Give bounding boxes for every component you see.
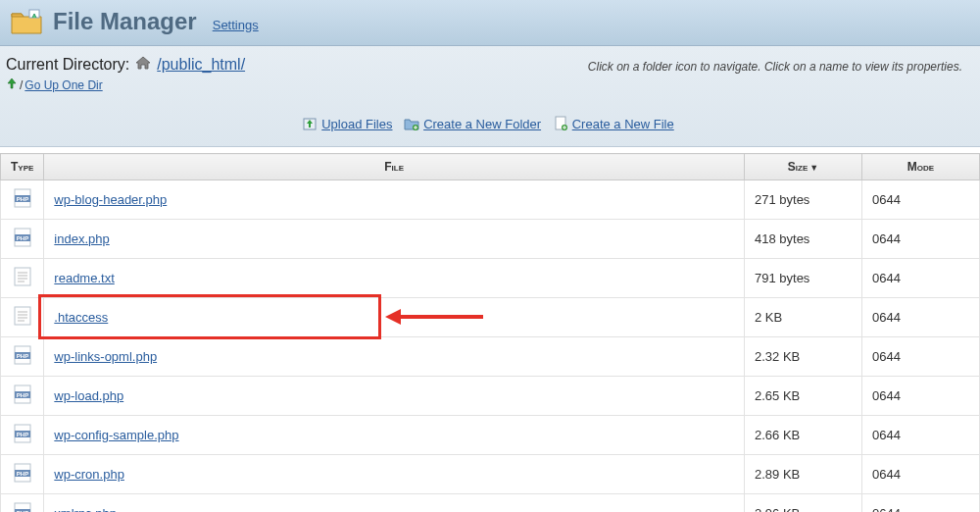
file-mode-cell: 0644 [862,377,980,416]
file-name-cell: .htaccess [44,298,745,337]
table-row: PHPxmlrpc.php2.96 KB0644 [1,494,980,513]
th-type[interactable]: Type [1,154,44,180]
file-size-cell: 418 bytes [745,220,862,259]
file-name-cell: wp-config-sample.php [44,416,745,455]
php-file-icon: PHP [14,463,31,483]
folder-icon [10,8,43,35]
header: File Manager Settings [0,0,980,46]
file-size-cell: 2.96 KB [745,494,862,513]
file-link[interactable]: wp-cron.php [54,467,124,482]
file-type-cell: PHP [1,337,44,377]
table-row: PHPwp-load.php2.65 KB0644 [1,377,980,416]
file-link[interactable]: xmlrpc.php [54,506,117,512]
file-size-cell: 2.65 KB [745,377,862,416]
file-size-cell: 2.66 KB [745,416,862,455]
up-arrow-icon [6,77,18,92]
upload-icon [302,116,318,131]
table-row: PHPwp-links-opml.php2.32 KB0644 [1,337,980,377]
file-type-cell: PHP [1,494,44,513]
current-path-link[interactable]: /public_html/ [157,56,245,74]
page: File Manager Settings Current Directory:… [0,0,980,512]
subheader: Current Directory: /public_html/ / [0,46,980,147]
svg-text:PHP: PHP [17,353,28,359]
new-folder-link[interactable]: Create a New Folder [423,117,541,131]
th-file[interactable]: File [44,154,745,180]
file-type-cell: PHP [1,416,44,455]
new-file-action[interactable]: Create a New File [553,116,674,131]
current-directory: Current Directory: /public_html/ [6,56,245,74]
file-name-cell: xmlrpc.php [44,494,745,513]
file-type-cell: PHP [1,180,44,220]
current-directory-label: Current Directory: [6,56,129,74]
table-row: PHPwp-cron.php2.89 KB0644 [1,455,980,494]
table-row: PHPindex.php418 bytes0644 [1,220,980,259]
file-mode-cell: 0644 [862,180,980,220]
home-icon [135,56,151,74]
new-folder-icon [404,116,419,131]
file-name-cell: wp-load.php [44,377,745,416]
file-type-cell [1,298,44,337]
go-up-link[interactable]: Go Up One Dir [24,78,102,92]
file-mode-cell: 0644 [862,259,980,298]
upload-link[interactable]: Upload Files [321,117,392,131]
upload-action[interactable]: Upload Files [302,116,392,131]
file-link[interactable]: index.php [54,231,109,246]
file-name-cell: wp-blog-header.php [44,180,745,220]
file-size-cell: 2.89 KB [745,455,862,494]
php-file-icon: PHP [14,384,31,404]
php-file-icon: PHP [14,228,31,247]
go-up: / Go Up One Dir [6,77,245,92]
table-row: readme.txt791 bytes0644 [1,259,980,298]
file-mode-cell: 0644 [862,220,980,259]
file-size-cell: 2 KB [745,298,862,337]
file-link[interactable]: wp-blog-header.php [54,192,167,207]
table-body: PHPwp-blog-header.php271 bytes0644PHPind… [1,180,980,513]
page-title: File Manager [53,8,197,35]
new-file-icon [553,116,568,131]
svg-text:PHP: PHP [17,432,28,437]
file-mode-cell: 0644 [862,494,980,513]
file-mode-cell: 0644 [862,337,980,377]
file-name-cell: readme.txt [44,259,745,298]
file-type-cell [1,259,44,298]
table-row: .htaccess2 KB0644 [1,298,980,337]
new-folder-action[interactable]: Create a New Folder [404,116,541,131]
file-size-cell: 271 bytes [745,180,862,220]
svg-text:PHP: PHP [17,471,28,477]
txt-file-icon [14,267,31,286]
file-table: Type File Size▼ Mode PHPwp-blog-header.p… [0,153,980,512]
file-name-cell: wp-cron.php [44,455,745,494]
file-type-cell: PHP [1,377,44,416]
file-mode-cell: 0644 [862,455,980,494]
txt-file-icon [14,306,31,326]
th-size[interactable]: Size▼ [745,154,862,180]
file-mode-cell: 0644 [862,298,980,337]
table-row: PHPwp-blog-header.php271 bytes0644 [1,180,980,220]
th-mode[interactable]: Mode [862,154,980,180]
file-size-cell: 791 bytes [745,259,862,298]
file-name-cell: wp-links-opml.php [44,337,745,377]
svg-text:PHP: PHP [17,196,28,202]
settings-link[interactable]: Settings [213,18,259,32]
php-file-icon: PHP [14,424,31,443]
new-file-link[interactable]: Create a New File [572,117,674,131]
file-mode-cell: 0644 [862,416,980,455]
table-row: PHPwp-config-sample.php2.66 KB0644 [1,416,980,455]
file-type-cell: PHP [1,220,44,259]
php-file-icon: PHP [14,502,31,512]
svg-rect-16 [15,307,30,325]
toolbar-actions: Upload Files Create a New Folder Create … [6,116,970,134]
file-link[interactable]: readme.txt [54,271,114,285]
file-link[interactable]: wp-load.php [54,388,123,403]
file-link[interactable]: wp-config-sample.php [54,428,178,442]
file-size-cell: 2.32 KB [745,337,862,377]
file-name-cell: index.php [44,220,745,259]
file-link[interactable]: wp-links-opml.php [54,349,157,364]
hint-text: Click on a folder icon to navigate. Clic… [588,56,970,74]
file-link[interactable]: .htaccess [54,310,108,325]
svg-text:PHP: PHP [17,392,28,398]
svg-text:PHP: PHP [17,235,28,241]
table-header-row: Type File Size▼ Mode [1,154,980,180]
file-type-cell: PHP [1,455,44,494]
sort-indicator-icon: ▼ [809,163,818,173]
